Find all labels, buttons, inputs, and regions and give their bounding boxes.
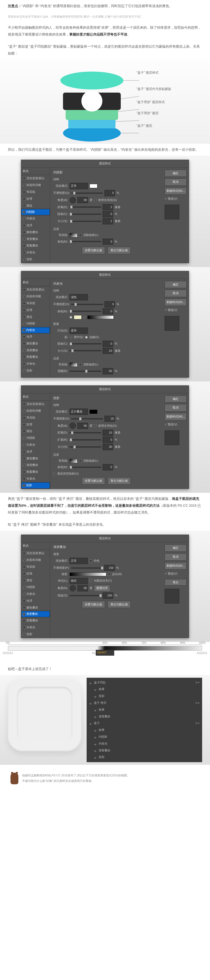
style-item-3[interactable]: 纹理 [21, 421, 50, 428]
layer-row[interactable]: 盘子fx ▾ [88, 720, 201, 727]
style-checkbox[interactable] [23, 309, 25, 312]
size-slider[interactable] [69, 221, 101, 222]
style-checkbox[interactable] [23, 369, 25, 372]
angle-input[interactable]: 90 [77, 197, 88, 204]
style-checkbox[interactable] [22, 484, 25, 487]
preview-checkbox[interactable]: ✓ 预览(V) [164, 196, 186, 202]
style-item-2[interactable]: 等高线 [21, 300, 50, 307]
new-style-button[interactable]: 新建样式(W)... [164, 562, 186, 570]
style-item-10[interactable]: 图案叠加 [21, 469, 50, 476]
style-item-2[interactable]: 等高线 [21, 563, 50, 570]
style-checkbox[interactable] [23, 600, 25, 602]
glow-gradient[interactable] [87, 315, 114, 319]
fx-badge[interactable]: fx ▾ [196, 701, 199, 705]
cancel-button[interactable]: 取消 [164, 404, 186, 412]
style-checkbox[interactable] [23, 410, 25, 412]
style-checkbox[interactable] [23, 437, 25, 439]
style-checkbox[interactable] [23, 633, 25, 636]
gradient-radio[interactable] [83, 316, 86, 318]
style-item-11[interactable]: 外发光 [21, 249, 50, 256]
eye-icon[interactable] [89, 702, 92, 705]
style-item-5[interactable]: 内阴影 [21, 320, 50, 327]
antialias-checkbox[interactable] [79, 234, 82, 237]
contour-picker[interactable] [69, 363, 77, 367]
style-item-9[interactable]: 渐变叠加 [21, 462, 50, 469]
noise-slider[interactable] [69, 311, 101, 312]
noise-slider[interactable] [69, 241, 101, 242]
distance-slider[interactable] [69, 207, 101, 208]
style-item-12[interactable]: 投影 [21, 367, 50, 374]
gradient-stop[interactable]: #121211 [3, 651, 13, 655]
blend-mode-select[interactable]: 正常 [69, 183, 88, 189]
layer-row[interactable]: 投影 [88, 754, 201, 760]
opacity-slider[interactable] [71, 192, 103, 194]
style-checkbox[interactable] [23, 204, 25, 207]
style-item-3[interactable]: 纹理 [21, 196, 50, 202]
angle-dial[interactable] [69, 585, 76, 592]
style-checkbox[interactable] [23, 349, 25, 352]
style-item-10[interactable]: 图案叠加 [21, 242, 50, 249]
style-checkbox[interactable] [23, 626, 25, 629]
fx-badge[interactable]: fx ▾ [196, 721, 199, 725]
angle-dial[interactable] [69, 197, 76, 204]
layer-row[interactable]: 盘子凹陷fx ▾ [88, 679, 201, 686]
style-item-8[interactable]: 颜色叠加 [21, 455, 50, 462]
preview-checkbox[interactable]: ✓ 预览(V) [164, 307, 186, 313]
style-checkbox[interactable] [23, 559, 25, 562]
eye-icon[interactable] [94, 708, 97, 711]
preview-checkbox[interactable]: ✓ 预览(V) [164, 422, 186, 427]
style-checkbox[interactable] [23, 197, 25, 200]
eye-icon[interactable] [94, 695, 97, 698]
eye-icon[interactable] [94, 715, 97, 718]
style-item-1[interactable]: 斜面和浮雕 [21, 293, 50, 300]
style-item-12[interactable]: 投影 [21, 256, 50, 263]
style-checkbox[interactable] [23, 586, 25, 589]
cancel-button[interactable]: 取消 [164, 553, 186, 561]
gradient-picker[interactable] [69, 573, 106, 576]
ok-button[interactable]: 确定 [164, 544, 186, 552]
distance-input[interactable]: 2 [103, 204, 113, 210]
layer-row[interactable]: 效果 [88, 727, 201, 733]
gradient-stop[interactable]: #121211 [197, 651, 207, 655]
style-checkbox[interactable] [23, 444, 25, 446]
layer-row[interactable]: 渐变叠加 [88, 747, 201, 754]
noise-input[interactable]: 0 [103, 239, 113, 245]
layer-row[interactable]: 渐变叠加 [88, 713, 201, 720]
blend-mode-select[interactable]: 正常 [69, 558, 88, 564]
style-checkbox[interactable] [23, 184, 25, 186]
style-item-1[interactable]: 斜面和浮雕 [21, 407, 50, 414]
eye-icon[interactable] [94, 688, 97, 691]
style-checkbox[interactable] [23, 295, 25, 298]
eye-icon[interactable] [89, 722, 92, 725]
style-item-5[interactable]: 内阴影 [21, 584, 50, 591]
gradient-stop[interactable]: #504f27 [96, 650, 114, 655]
style-item-0[interactable]: 混合选项:默认 [21, 550, 50, 557]
style-item-0[interactable]: 混合选项:默认 [21, 401, 50, 407]
style-item-12[interactable]: 投影 [21, 631, 50, 638]
layer-row[interactable]: 投影 [88, 693, 201, 700]
style-checkbox[interactable] [23, 619, 25, 622]
knockout-checkbox[interactable] [53, 473, 56, 475]
style-checkbox[interactable] [22, 329, 25, 331]
size-input[interactable]: 1 [103, 218, 113, 224]
style-item-4[interactable]: 描边 [21, 313, 50, 320]
style-checkbox[interactable] [23, 573, 25, 575]
eye-icon[interactable] [94, 756, 97, 759]
technique-select[interactable]: 柔和 [69, 328, 88, 334]
align-checkbox[interactable] [90, 579, 92, 582]
reset-button[interactable]: 复位 [164, 579, 186, 586]
color-swatch[interactable] [90, 184, 97, 188]
src-edge-radio[interactable] [85, 336, 88, 339]
ok-button[interactable]: 确定 [164, 395, 186, 403]
style-item-6[interactable]: 内发光 [21, 215, 50, 222]
dither-checkbox[interactable] [90, 560, 92, 562]
opacity-slider[interactable] [71, 304, 103, 305]
style-checkbox[interactable] [23, 251, 25, 254]
style-checkbox[interactable] [23, 403, 25, 406]
ok-button[interactable]: 确定 [164, 170, 186, 177]
style-checkbox[interactable] [23, 288, 25, 291]
make-default-button[interactable]: 设置为默认值 [82, 477, 105, 485]
style-checkbox[interactable] [23, 336, 25, 338]
cancel-button[interactable]: 取消 [164, 290, 186, 297]
reset-default-button[interactable]: 复位为默认值 [107, 601, 131, 608]
